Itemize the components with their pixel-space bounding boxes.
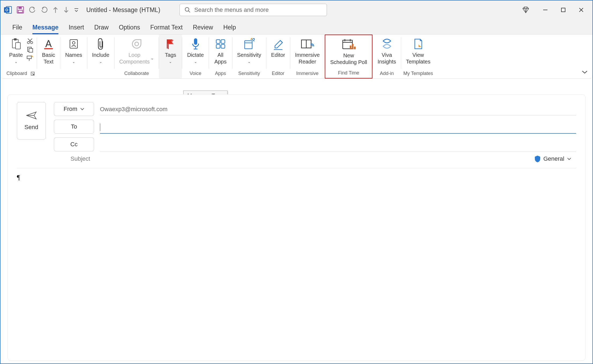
svg-rect-5 — [18, 10, 23, 13]
from-field: Owaexp3@microsoft.com — [100, 103, 576, 115]
group-sensitivity: Sensitivity ⌄ Sensitivity — [232, 35, 266, 78]
tab-options[interactable]: Options — [119, 24, 140, 34]
svg-point-6 — [185, 7, 189, 11]
tab-file[interactable]: File — [12, 24, 22, 34]
from-button[interactable]: From — [54, 102, 94, 116]
sensitivity-selector[interactable]: General — [534, 155, 571, 163]
view-templates-label: View Templates — [406, 52, 430, 65]
viva-label: Viva Insights — [378, 52, 396, 65]
group-collaborate: Loop Components⌄ Collaborate — [114, 35, 159, 78]
tab-message[interactable]: Message — [32, 24, 58, 34]
chevron-down-icon: ⌄ — [248, 59, 251, 64]
cut-icon[interactable] — [27, 38, 33, 44]
dialog-launcher-icon[interactable] — [31, 72, 35, 76]
sensitivity-value: General — [543, 155, 564, 162]
chevron-down-icon — [80, 107, 84, 111]
find-time-group-label: Find Time — [338, 70, 359, 76]
search-icon — [185, 7, 191, 13]
svg-text:O: O — [5, 8, 8, 12]
save-icon[interactable] — [17, 6, 24, 14]
ribbon-collapse-icon[interactable] — [582, 70, 588, 75]
new-scheduling-poll-button[interactable]: New Scheduling Poll — [327, 37, 370, 66]
apps-group-label: Apps — [215, 71, 226, 77]
paste-icon — [11, 37, 21, 51]
loop-label: Loop Components — [119, 52, 150, 65]
svg-rect-27 — [216, 40, 220, 43]
send-label: Send — [24, 124, 38, 131]
title-bar: O Untitled - Message (HTML) Search the m… — [1, 1, 592, 19]
clipboard-group-label: Clipboard — [6, 71, 27, 76]
cc-button[interactable]: Cc — [54, 137, 94, 151]
svg-rect-31 — [245, 41, 252, 49]
chevron-down-icon: ⌄ — [14, 59, 18, 64]
maximize-button[interactable] — [561, 7, 566, 12]
diamond-icon[interactable] — [522, 6, 530, 13]
sensitivity-button[interactable]: Sensitivity ⌄ — [234, 36, 264, 64]
tab-help[interactable]: Help — [223, 24, 236, 34]
voice-group-label: Voice — [190, 71, 202, 77]
dictate-button[interactable]: Dictate ⌄ — [184, 36, 206, 64]
dictate-label: Dictate — [187, 52, 204, 58]
down-arrow-icon[interactable] — [63, 6, 69, 13]
svg-rect-37 — [350, 46, 351, 49]
mic-icon — [191, 37, 200, 51]
compose-area: Send From To Cc Owaexp3@microsoft.com Su… — [8, 94, 585, 361]
tab-review[interactable]: Review — [193, 24, 213, 34]
group-clipboard: Paste ⌄ Clipboard — [4, 35, 37, 78]
editor-label: Editor — [271, 52, 285, 58]
tab-draw[interactable]: Draw — [94, 24, 109, 34]
all-apps-button[interactable]: All Apps — [211, 36, 230, 65]
loop-components-button: Loop Components⌄ — [117, 36, 156, 65]
immersive-group-label: Immersive — [296, 71, 319, 77]
names-button[interactable]: Names ⌄ — [62, 36, 85, 64]
ribbon: Paste ⌄ Clipboard A Basic Text — [1, 34, 592, 79]
chevron-down-icon — [567, 157, 571, 160]
group-addin: Viva Insights Add-in — [373, 35, 401, 78]
paste-button[interactable]: Paste ⌄ — [6, 36, 25, 64]
addin-group-label: Add-in — [380, 71, 394, 77]
group-my-templates: View Templates My Templates — [401, 35, 435, 78]
redo-icon[interactable] — [41, 6, 48, 13]
include-button[interactable]: Include ⌄ — [89, 36, 112, 64]
svg-rect-12 — [16, 43, 20, 49]
copy-icon[interactable] — [27, 46, 33, 53]
group-basic-text: A Basic Text — [37, 35, 60, 78]
my-templates-group-label: My Templates — [403, 71, 433, 77]
group-find-time: New Scheduling Poll Find Time — [325, 35, 372, 78]
svg-rect-29 — [216, 44, 220, 48]
close-button[interactable] — [579, 7, 584, 13]
group-include: Include ⌄ — [87, 35, 114, 78]
font-icon: A — [43, 37, 54, 51]
tab-insert[interactable]: Insert — [69, 24, 84, 34]
tags-button[interactable]: Tags ⌄ — [161, 36, 180, 64]
svg-rect-11 — [14, 38, 17, 40]
svg-rect-28 — [221, 40, 225, 43]
to-field[interactable] — [100, 121, 576, 134]
format-painter-icon[interactable] — [27, 55, 33, 61]
svg-rect-4 — [18, 7, 22, 9]
up-arrow-icon[interactable] — [53, 6, 58, 13]
ribbon-tabs: File Message Insert Draw Options Format … — [1, 19, 592, 34]
group-immersive: Immersive Reader Immersive — [290, 35, 325, 78]
immersive-reader-label: Immersive Reader — [295, 52, 320, 65]
basic-text-button[interactable]: A Basic Text — [39, 36, 58, 65]
immersive-icon — [300, 37, 314, 51]
outlook-icon: O — [4, 6, 12, 14]
svg-rect-39 — [354, 47, 356, 49]
svg-rect-9 — [561, 8, 565, 12]
search-box[interactable]: Search the menus and more — [180, 4, 327, 16]
immersive-reader-button[interactable]: Immersive Reader — [292, 36, 322, 65]
send-button[interactable]: Send — [17, 102, 46, 140]
tab-format-text[interactable]: Format Text — [150, 24, 183, 34]
to-button[interactable]: To — [54, 120, 94, 134]
qat-customize-icon[interactable] — [74, 7, 79, 12]
undo-icon[interactable] — [29, 6, 36, 13]
basic-text-label: Basic Text — [42, 52, 55, 65]
editor-button[interactable]: Editor — [268, 36, 288, 58]
svg-line-7 — [188, 11, 190, 12]
minimize-button[interactable] — [543, 7, 548, 13]
message-body[interactable]: ¶ — [17, 172, 576, 182]
view-templates-button[interactable]: View Templates — [403, 36, 433, 65]
cc-field[interactable] — [100, 140, 576, 152]
viva-insights-button[interactable]: Viva Insights — [375, 36, 399, 65]
